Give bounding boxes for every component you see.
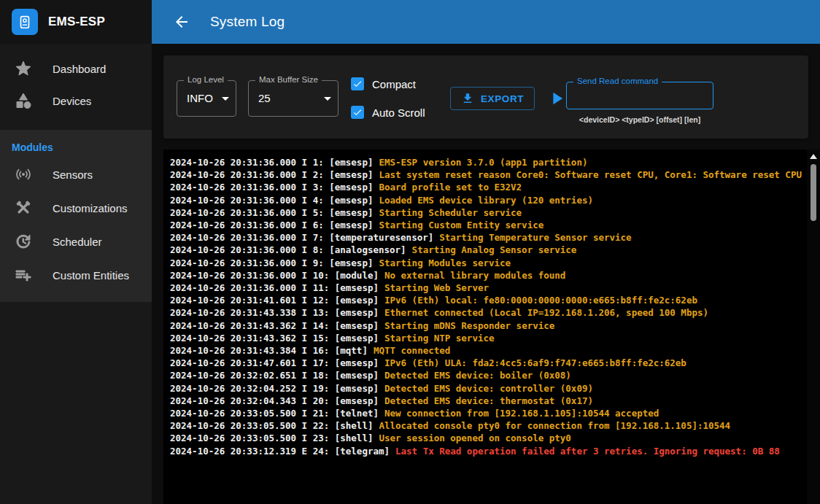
log-line: 2024-10-26 20:31:43.362 I 14: [emsesp]St…: [170, 319, 805, 332]
log-level-select[interactable]: Log Level INFO: [177, 80, 236, 117]
sidebar-modules-section: Modules Sensors: [0, 130, 152, 302]
sidebar-item-label: Scheduler: [53, 236, 102, 248]
log-line: 2024-10-26 20:31:41.601 I 12: [emsesp]IP…: [170, 294, 805, 306]
log-line: 2024-10-26 20:31:36.000 I 6: [emsesp]Sta…: [170, 219, 805, 231]
sidebar-item-devices[interactable]: Devices: [0, 85, 152, 117]
sidebar-item-custom-entities[interactable]: Custom Entities: [0, 258, 152, 292]
construction-tools-icon: [15, 199, 32, 217]
log-line: 2024-10-26 20:32:04.252 I 19: [emsesp]De…: [170, 382, 805, 395]
sidebar-item-dashboard[interactable]: Dashboard: [0, 53, 152, 85]
log-line: 2024-10-26 20:33:12.319 E 24: [telegram]…: [170, 445, 805, 457]
scrollbar-thumb[interactable]: [811, 164, 816, 221]
app-title: EMS-ESP: [48, 15, 105, 29]
send-command-helper-text: <deviceID> <typeID> [offset] [len]: [566, 115, 713, 124]
log-line: 2024-10-26 20:33:05.500 I 23: [shell]Use…: [170, 432, 805, 444]
app-bar: System Log: [152, 0, 820, 44]
log-line: 2024-10-26 20:31:36.000 I 10: [module]No…: [170, 269, 805, 282]
sidebar-item-label: Custom Entities: [53, 269, 129, 282]
chevron-down-icon: [319, 90, 336, 110]
send-play-button[interactable]: [546, 88, 568, 109]
sidebar: EMS-ESP Dashboard Devices Modules: [0, 0, 152, 504]
sidebar-item-customizations[interactable]: Customizations: [0, 191, 152, 225]
system-log-output[interactable]: 2024-10-26 20:31:36.000 I 1: [emsesp]EMS…: [163, 150, 820, 504]
log-level-label: Log Level: [184, 75, 228, 84]
chevron-down-icon: [217, 90, 234, 110]
sidebar-item-sensors[interactable]: Sensors: [0, 158, 152, 191]
boiler-icon: [17, 14, 33, 30]
log-line: 2024-10-26 20:31:36.000 I 8: [analogsens…: [170, 244, 805, 256]
download-icon: [461, 92, 474, 105]
log-line: 2024-10-26 20:31:36.000 I 11: [emsesp]St…: [170, 282, 805, 294]
log-scrollbar[interactable]: [807, 150, 820, 504]
play-icon: [546, 88, 567, 109]
checkbox-checked-icon: [351, 106, 364, 119]
send-read-command-field: Send Read command: [566, 82, 713, 109]
back-button[interactable]: [169, 9, 194, 34]
log-lines: 2024-10-26 20:31:36.000 I 1: [emsesp]EMS…: [163, 150, 805, 504]
max-buffer-size-label: Max Buffer Size: [255, 75, 322, 84]
checkbox-checked-icon: [351, 77, 364, 90]
log-line: 2024-10-26 20:31:47.601 I 17: [emsesp]IP…: [170, 357, 805, 369]
log-line: 2024-10-26 20:32:04.343 I 20: [emsesp]De…: [170, 395, 805, 407]
sidebar-menu: Dashboard Devices: [0, 44, 152, 117]
max-buffer-size-select[interactable]: Max Buffer Size 25: [248, 80, 339, 117]
log-line: 2024-10-26 20:31:36.000 I 7: [temperatur…: [170, 231, 805, 244]
log-line: 2024-10-26 20:31:36.000 I 5: [emsesp]Sta…: [170, 206, 805, 219]
log-line: 2024-10-26 20:32:02.651 I 18: [emsesp]De…: [170, 369, 805, 381]
star-icon: [15, 60, 32, 77]
log-line: 2024-10-26 20:31:36.000 I 1: [emsesp]EMS…: [170, 156, 805, 168]
log-line: 2024-10-26 20:31:43.362 I 15: [emsesp]St…: [170, 332, 805, 344]
auto-scroll-checkbox[interactable]: Auto Scroll: [351, 106, 425, 119]
compact-checkbox[interactable]: Compact: [351, 77, 416, 90]
sidebar-item-scheduler[interactable]: Scheduler: [0, 225, 152, 258]
app-root: EMS-ESP Dashboard Devices Modules: [0, 0, 820, 504]
auto-scroll-label: Auto Scroll: [372, 106, 425, 119]
send-read-command-input[interactable]: [567, 82, 713, 109]
scroll-up-arrow-icon[interactable]: [810, 154, 817, 159]
sensors-icon: [15, 166, 32, 183]
log-line: 2024-10-26 20:33:05.500 I 21: [telnet]Ne…: [170, 407, 805, 419]
export-button[interactable]: EXPORT: [450, 87, 535, 110]
sidebar-item-label: Devices: [53, 95, 91, 107]
update-clock-icon: [15, 233, 32, 250]
log-line: 2024-10-26 20:31:43.338 I 13: [emsesp]Et…: [170, 306, 805, 319]
page-title: System Log: [210, 14, 285, 30]
ems-esp-logo-icon: [12, 9, 38, 35]
sidebar-item-label: Customizations: [53, 202, 128, 214]
log-line: 2024-10-26 20:31:36.000 I 3: [emsesp]Boa…: [170, 181, 805, 193]
send-read-command-label: Send Read command: [573, 77, 662, 85]
log-controls-card: Log Level INFO Max Buffer Size 25 Compac…: [163, 55, 808, 139]
log-line: 2024-10-26 20:31:43.384 I 16: [mqtt]MQTT…: [170, 344, 805, 357]
modules-header: Modules: [0, 136, 152, 158]
sidebar-item-label: Sensors: [53, 168, 93, 181]
export-label: EXPORT: [481, 93, 524, 104]
playlist-add-icon: [15, 266, 32, 284]
sidebar-item-label: Dashboard: [53, 63, 106, 75]
category-icon: [15, 92, 32, 109]
arrow-back-icon: [173, 13, 190, 31]
log-line: 2024-10-26 20:31:36.000 I 4: [emsesp]Loa…: [170, 194, 805, 206]
compact-label: Compact: [372, 78, 416, 90]
sidebar-header: EMS-ESP: [0, 0, 152, 44]
log-line: 2024-10-26 20:33:05.500 I 22: [shell]All…: [170, 419, 805, 432]
log-line: 2024-10-26 20:31:36.000 I 9: [emsesp]Sta…: [170, 257, 805, 269]
log-line: 2024-10-26 20:31:36.000 I 2: [emsesp]Las…: [170, 168, 805, 181]
